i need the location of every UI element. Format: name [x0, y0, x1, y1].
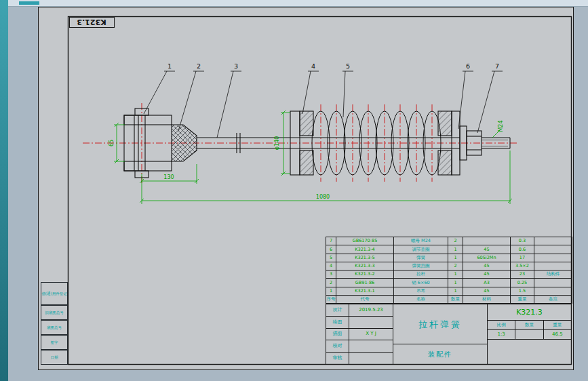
bom-header-cell: 材料	[463, 295, 511, 303]
cell: 1	[448, 245, 463, 254]
cell: 1	[448, 279, 463, 287]
cell: 弹簧	[394, 254, 448, 262]
bom-header-cell: 数量	[448, 295, 463, 303]
title-block-right: K321.3 比例 数量 重量 1:3 46.5	[488, 304, 571, 364]
callout-numbers: 1 2 3 4 5 6 7	[168, 62, 499, 70]
cell	[463, 237, 511, 245]
cell: 结构件	[534, 270, 572, 279]
bom-row: 4 K321.3-3 弹簧挡圈 2 45 3.5×2	[326, 262, 572, 270]
cell: 4	[326, 262, 336, 270]
dim-clevis-height: 65	[109, 140, 115, 146]
signature-row: 审核	[326, 353, 393, 364]
cell: 2	[448, 262, 463, 270]
cell: 0.6	[511, 245, 534, 254]
cell: 1	[326, 287, 336, 295]
cell: A3	[463, 279, 511, 287]
cell: 1	[448, 270, 463, 279]
scale-qty-weight-labels: 比例 数量 重量	[488, 321, 571, 330]
dim-end-thread: M24	[498, 120, 504, 132]
cell: 拉杆	[394, 270, 448, 279]
cell: K321.3-4	[336, 245, 394, 254]
cell: 调节垫圈	[394, 245, 448, 254]
dim-seat-diameter: φ140	[274, 136, 280, 151]
weight-value: 46.5	[544, 330, 571, 339]
signature-label: 审核	[326, 353, 349, 364]
margin-block-old-tracing-no: 旧底图总号	[41, 305, 68, 320]
cell	[534, 245, 572, 254]
margin-block-reuse-record: 借(通)用件登记	[41, 282, 68, 305]
bom-row: 2 GB91-86 销 6×60 1 A3 0.25	[326, 279, 572, 287]
cell: GB91-86	[336, 279, 394, 287]
cell: 弹簧挡圈	[394, 262, 448, 270]
scale-value: 1:3	[488, 330, 515, 339]
title-block: 设计 2019.5.23 绘图 描图 X Y J 校对 审核 拉杆弹簧 装配件	[326, 304, 572, 365]
cell: 0.3	[511, 237, 534, 245]
cell: 45	[463, 270, 511, 279]
bom-row: 1 K321.3-1 吊耳 1 45 1.5	[326, 287, 572, 295]
cell: 23	[511, 270, 534, 279]
title-block-signatures: 设计 2019.5.23 绘图 描图 X Y J 校对 审核	[326, 304, 393, 364]
cell	[534, 262, 572, 270]
callout-1: 1	[168, 62, 172, 70]
cell: 7	[326, 237, 336, 245]
cad-viewer: K321.3	[0, 0, 588, 381]
qty-label: 数量	[515, 321, 543, 329]
bom-row: 7 GB6170-85 螺母 M24 2 0.3	[326, 237, 572, 245]
bom-header-row: 序号 代号 名称 数量 材料 重量 备注	[326, 295, 572, 303]
title-block-center: 拉杆弹簧 装配件	[393, 304, 488, 364]
signature-row: 校对	[326, 340, 393, 353]
cell: 2	[326, 279, 336, 287]
cell: 1.5	[511, 287, 534, 295]
cell	[534, 279, 572, 287]
signature-value	[349, 317, 393, 328]
bom-row: 6 K321.3-4 调节垫圈 1 45 0.6	[326, 245, 572, 254]
cell: 1	[448, 287, 463, 295]
weight-label: 重量	[544, 321, 571, 329]
bom-row: 3 K321.3-2 拉杆 1 45 23 结构件	[326, 270, 572, 279]
cell: 1	[448, 254, 463, 262]
title-block-blank	[488, 340, 571, 364]
cell: GB6170-85	[336, 237, 394, 245]
callout-5: 5	[346, 62, 350, 70]
bom-row: 5 K321.3-5 弹簧 1 60Si2Mn 17	[326, 254, 572, 262]
scale-qty-weight-values: 1:3 46.5	[488, 330, 571, 340]
cell: 3	[326, 270, 336, 279]
bom-header-cell: 名称	[394, 295, 448, 303]
bom-header-cell: 重量	[511, 295, 534, 303]
bom-table: 7 GB6170-85 螺母 M24 2 0.3 6 K321.3-4 调节垫圈…	[326, 237, 572, 304]
margin-block-tracing-no: 底图总号	[41, 320, 68, 335]
cell: 0.25	[511, 279, 534, 287]
dim-clevis-length: 130	[163, 174, 174, 180]
signature-value	[349, 353, 393, 364]
signature-row: 描图 X Y J	[326, 329, 393, 341]
cell: 45	[463, 287, 511, 295]
callout-6: 6	[466, 62, 470, 70]
callout-3: 3	[234, 62, 238, 70]
signature-row: 设计 2019.5.23	[326, 304, 393, 317]
cell: 45	[463, 245, 511, 254]
bom-header-cell: 代号	[336, 295, 394, 303]
cell: 5	[326, 254, 336, 262]
scale-label: 比例	[488, 321, 515, 329]
cell: 吊耳	[394, 287, 448, 295]
cell: 2	[448, 237, 463, 245]
part-subtitle: 装配件	[393, 344, 487, 364]
cell: K321.3-2	[336, 270, 394, 279]
callout-2: 2	[197, 62, 201, 70]
cell: 3.5×2	[511, 262, 534, 270]
cell: 17	[511, 254, 534, 262]
dim-overall-length: 1080	[316, 194, 330, 200]
signature-value	[349, 340, 393, 352]
callout-4: 4	[311, 62, 315, 70]
signature-label: 绘图	[326, 317, 349, 328]
signature-value: 2019.5.23	[349, 304, 393, 316]
signature-label: 校对	[326, 340, 349, 352]
corner-drawing-number: K321.3	[77, 18, 106, 26]
part-title: 拉杆弹簧	[393, 304, 487, 344]
bom-header-cell: 备注	[534, 295, 572, 303]
signature-label: 描图	[326, 329, 349, 340]
cell: 6	[326, 245, 336, 254]
cell	[534, 254, 572, 262]
signature-row: 绘图	[326, 317, 393, 329]
bom-header-cell: 序号	[326, 295, 336, 303]
